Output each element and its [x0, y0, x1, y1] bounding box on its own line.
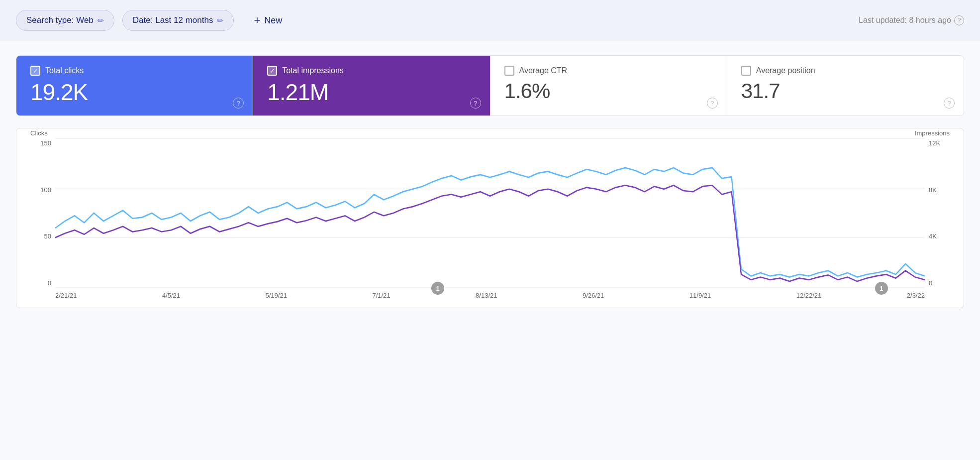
x-label-4: 8/13/21 — [476, 292, 497, 299]
last-updated-text: Last updated: 8 hours ago ? — [859, 15, 964, 25]
impressions-help-icon[interactable]: ? — [470, 98, 481, 109]
clicks-label: Total clicks — [45, 66, 84, 75]
last-updated-help-icon[interactable]: ? — [954, 15, 964, 25]
clicks-checkbox[interactable]: ✓ — [30, 66, 40, 76]
x-label-3: 7/1/21 — [372, 292, 390, 299]
x-label-1: 4/5/21 — [162, 292, 180, 299]
chart-container: Clicks Impressions 150 100 50 0 12K 8K 4… — [30, 138, 950, 308]
top-bar: Search type: Web ✏ Date: Last 12 months … — [0, 0, 980, 41]
chart-svg — [55, 138, 925, 288]
metric-header-impressions: ✓ Total impressions — [267, 66, 476, 76]
chart-inner: 1 1 — [55, 138, 925, 288]
metric-total-impressions[interactable]: ✓ Total impressions 1.21M ? — [253, 56, 490, 115]
impressions-value: 1.21M — [267, 81, 476, 104]
search-type-edit-icon: ✏ — [98, 16, 104, 25]
position-checkbox[interactable] — [741, 66, 751, 76]
search-type-filter[interactable]: Search type: Web ✏ — [16, 10, 114, 31]
y-axis-right: 12K 8K 4K 0 — [925, 138, 950, 288]
date-edit-icon: ✏ — [217, 16, 223, 25]
position-value: 31.7 — [741, 81, 950, 102]
clicks-help-icon[interactable]: ? — [233, 98, 244, 109]
impressions-checkbox[interactable]: ✓ — [267, 66, 277, 76]
x-axis: 2/21/21 4/5/21 5/19/21 7/1/21 8/13/21 9/… — [55, 288, 925, 308]
clicks-line — [55, 168, 925, 277]
x-label-0: 2/21/21 — [55, 292, 77, 299]
search-type-label: Search type: Web — [26, 15, 94, 25]
x-label-2: 5/19/21 — [266, 292, 287, 299]
x-label-7: 12/22/21 — [796, 292, 822, 299]
new-label: New — [264, 15, 282, 26]
ctr-label: Average CTR — [519, 66, 568, 75]
date-label: Date: Last 12 months — [133, 15, 213, 25]
chart-area: Clicks Impressions 150 100 50 0 12K 8K 4… — [16, 128, 964, 308]
metric-average-ctr[interactable]: Average CTR 1.6% ? — [490, 56, 727, 115]
ctr-help-icon[interactable]: ? — [707, 98, 718, 109]
ctr-value: 1.6% — [504, 81, 713, 102]
impressions-line — [55, 185, 925, 281]
metric-header-ctr: Average CTR — [504, 66, 713, 76]
metrics-row: ✓ Total clicks 19.2K ? ✓ Total impressio… — [16, 55, 964, 116]
impressions-label: Total impressions — [282, 66, 344, 75]
plus-icon: + — [254, 14, 260, 27]
y-right-label: Impressions — [915, 129, 950, 137]
annotation-dot-1[interactable]: 1 — [431, 282, 444, 295]
new-button[interactable]: + New — [246, 9, 290, 32]
clicks-value: 19.2K — [30, 81, 239, 104]
metric-total-clicks[interactable]: ✓ Total clicks 19.2K ? — [16, 56, 253, 115]
x-label-5: 9/26/21 — [583, 292, 604, 299]
metric-header-position: Average position — [741, 66, 950, 76]
annotation-dot-2[interactable]: 1 — [875, 282, 888, 295]
position-help-icon[interactable]: ? — [944, 98, 955, 109]
x-label-6: 11/9/21 — [689, 292, 711, 299]
metric-header-clicks: ✓ Total clicks — [30, 66, 239, 76]
x-label-8: 2/3/22 — [907, 292, 925, 299]
y-axis-left: 150 100 50 0 — [30, 138, 55, 288]
position-label: Average position — [756, 66, 815, 75]
date-filter[interactable]: Date: Last 12 months ✏ — [122, 10, 234, 31]
metric-average-position[interactable]: Average position 31.7 ? — [727, 56, 964, 115]
ctr-checkbox[interactable] — [504, 66, 514, 76]
y-left-label: Clicks — [30, 129, 48, 137]
